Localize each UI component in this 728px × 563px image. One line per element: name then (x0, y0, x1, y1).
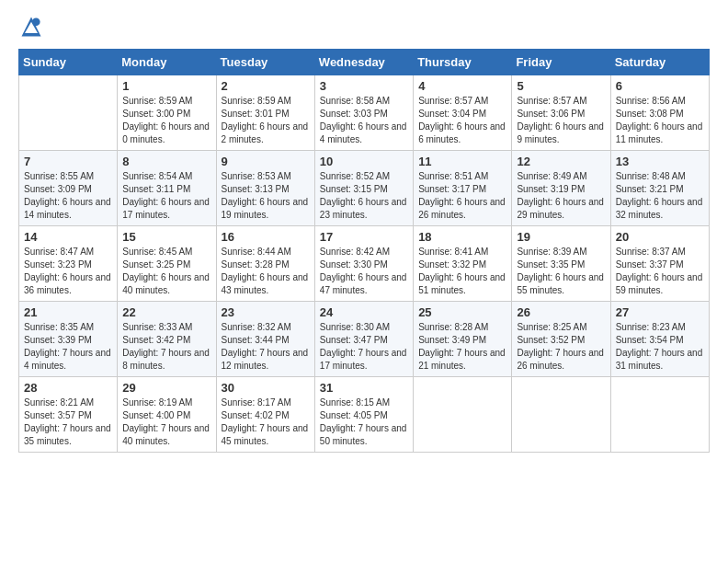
day-number: 13 (616, 155, 704, 168)
sunrise: Sunrise: 8:25 AM (517, 322, 586, 332)
day-cell: 23 Sunrise: 8:32 AM Sunset: 3:44 PM Dayl… (216, 302, 314, 377)
day-cell: 5 Sunrise: 8:57 AM Sunset: 3:06 PM Dayli… (512, 75, 610, 151)
daylight: Daylight: 7 hours and 50 minutes. (320, 423, 407, 446)
day-info: Sunrise: 8:30 AM Sunset: 3:47 PM Dayligh… (320, 321, 408, 373)
day-info: Sunrise: 8:49 AM Sunset: 3:19 PM Dayligh… (517, 170, 605, 222)
sunrise: Sunrise: 8:54 AM (122, 171, 192, 181)
day-number: 14 (24, 230, 112, 244)
day-number: 16 (222, 230, 310, 244)
day-cell: 22 Sunrise: 8:33 AM Sunset: 3:42 PM Dayl… (118, 302, 216, 377)
day-number: 20 (616, 230, 704, 244)
day-cell: 18 Sunrise: 8:41 AM Sunset: 3:32 PM Dayl… (414, 226, 512, 302)
day-number: 31 (320, 381, 408, 395)
week-row-3: 14 Sunrise: 8:47 AM Sunset: 3:23 PM Dayl… (19, 226, 710, 302)
sunrise: Sunrise: 8:59 AM (222, 96, 291, 106)
day-cell: 21 Sunrise: 8:35 AM Sunset: 3:39 PM Dayl… (19, 302, 118, 377)
daylight: Daylight: 6 hours and 17 minutes. (122, 197, 210, 220)
sunset: Sunset: 3:08 PM (616, 109, 684, 119)
daylight: Daylight: 6 hours and 2 minutes. (222, 121, 309, 144)
sunset: Sunset: 3:03 PM (320, 109, 388, 119)
day-cell: 3 Sunrise: 8:58 AM Sunset: 3:03 PM Dayli… (314, 75, 413, 151)
day-number: 1 (122, 79, 210, 93)
day-number: 3 (320, 79, 408, 93)
sunset: Sunset: 3:04 PM (418, 109, 486, 119)
day-cell: 7 Sunrise: 8:55 AM Sunset: 3:09 PM Dayli… (19, 151, 118, 226)
sunrise: Sunrise: 8:30 AM (320, 322, 390, 332)
day-cell: 8 Sunrise: 8:54 AM Sunset: 3:11 PM Dayli… (118, 151, 216, 226)
day-number: 18 (418, 230, 506, 244)
day-cell: 20 Sunrise: 8:37 AM Sunset: 3:37 PM Dayl… (610, 226, 709, 302)
sunset: Sunset: 3:15 PM (320, 184, 388, 194)
sunrise: Sunrise: 8:47 AM (24, 247, 94, 257)
day-cell: 19 Sunrise: 8:39 AM Sunset: 3:35 PM Dayl… (512, 226, 610, 302)
day-number: 22 (122, 305, 210, 319)
daylight: Daylight: 6 hours and 59 minutes. (616, 272, 703, 295)
day-number: 25 (418, 305, 506, 319)
day-info: Sunrise: 8:19 AM Sunset: 4:00 PM Dayligh… (122, 396, 210, 448)
sunrise: Sunrise: 8:41 AM (418, 247, 488, 257)
page: SundayMondayTuesdayWednesdayThursdayFrid… (0, 0, 728, 563)
column-header-thursday: Thursday (414, 50, 512, 75)
sunrise: Sunrise: 8:21 AM (24, 397, 94, 408)
sunset: Sunset: 3:01 PM (222, 109, 290, 119)
sunrise: Sunrise: 8:49 AM (517, 171, 586, 181)
sunset: Sunset: 4:02 PM (222, 410, 290, 420)
sunset: Sunset: 3:11 PM (122, 184, 190, 194)
day-cell: 4 Sunrise: 8:57 AM Sunset: 3:04 PM Dayli… (414, 75, 512, 151)
daylight: Daylight: 6 hours and 19 minutes. (222, 197, 309, 220)
sunset: Sunset: 3:19 PM (517, 184, 585, 194)
day-info: Sunrise: 8:57 AM Sunset: 3:06 PM Dayligh… (517, 95, 605, 146)
daylight: Daylight: 6 hours and 4 minutes. (320, 121, 407, 144)
day-cell: 30 Sunrise: 8:17 AM Sunset: 4:02 PM Dayl… (216, 377, 314, 453)
sunrise: Sunrise: 8:15 AM (320, 397, 390, 408)
column-header-monday: Monday (118, 50, 216, 75)
day-info: Sunrise: 8:17 AM Sunset: 4:02 PM Dayligh… (222, 396, 310, 448)
day-cell: 24 Sunrise: 8:30 AM Sunset: 3:47 PM Dayl… (314, 302, 413, 377)
daylight: Daylight: 6 hours and 29 minutes. (517, 197, 604, 220)
day-info: Sunrise: 8:48 AM Sunset: 3:21 PM Dayligh… (616, 170, 704, 222)
sunrise: Sunrise: 8:33 AM (122, 322, 192, 332)
sunrise: Sunrise: 8:48 AM (616, 171, 686, 181)
day-info: Sunrise: 8:41 AM Sunset: 3:32 PM Dayligh… (418, 246, 506, 297)
day-number: 7 (24, 155, 112, 168)
sunset: Sunset: 3:06 PM (517, 109, 585, 119)
daylight: Daylight: 7 hours and 45 minutes. (222, 423, 309, 446)
sunrise: Sunrise: 8:59 AM (122, 96, 192, 106)
sunset: Sunset: 3:25 PM (122, 259, 190, 270)
day-cell (512, 377, 610, 453)
sunset: Sunset: 3:28 PM (222, 259, 290, 270)
day-number: 28 (24, 381, 112, 395)
sunset: Sunset: 3:57 PM (24, 410, 92, 420)
column-header-tuesday: Tuesday (216, 50, 314, 75)
sunset: Sunset: 3:23 PM (24, 259, 92, 270)
day-info: Sunrise: 8:35 AM Sunset: 3:39 PM Dayligh… (24, 321, 112, 373)
day-info: Sunrise: 8:25 AM Sunset: 3:52 PM Dayligh… (517, 321, 605, 373)
daylight: Daylight: 7 hours and 21 minutes. (418, 348, 506, 371)
sunset: Sunset: 3:54 PM (616, 335, 684, 345)
day-info: Sunrise: 8:58 AM Sunset: 3:03 PM Dayligh… (320, 95, 408, 146)
daylight: Daylight: 6 hours and 23 minutes. (320, 197, 407, 220)
column-header-friday: Friday (512, 50, 610, 75)
daylight: Daylight: 7 hours and 12 minutes. (222, 348, 309, 371)
sunset: Sunset: 3:37 PM (616, 259, 684, 270)
day-info: Sunrise: 8:53 AM Sunset: 3:13 PM Dayligh… (222, 170, 310, 222)
daylight: Daylight: 7 hours and 26 minutes. (517, 348, 604, 371)
day-cell: 6 Sunrise: 8:56 AM Sunset: 3:08 PM Dayli… (610, 75, 709, 151)
day-info: Sunrise: 8:59 AM Sunset: 3:00 PM Dayligh… (122, 95, 210, 146)
sunrise: Sunrise: 8:42 AM (320, 247, 390, 257)
day-info: Sunrise: 8:55 AM Sunset: 3:09 PM Dayligh… (24, 170, 112, 222)
day-info: Sunrise: 8:21 AM Sunset: 3:57 PM Dayligh… (24, 396, 112, 448)
daylight: Daylight: 7 hours and 40 minutes. (122, 423, 210, 446)
sunrise: Sunrise: 8:45 AM (122, 247, 192, 257)
daylight: Daylight: 6 hours and 47 minutes. (320, 272, 407, 295)
logo (18, 14, 48, 40)
daylight: Daylight: 6 hours and 26 minutes. (418, 197, 506, 220)
week-row-4: 21 Sunrise: 8:35 AM Sunset: 3:39 PM Dayl… (19, 302, 710, 377)
daylight: Daylight: 7 hours and 17 minutes. (320, 348, 407, 371)
calendar-table: SundayMondayTuesdayWednesdayThursdayFrid… (18, 49, 710, 453)
day-cell: 16 Sunrise: 8:44 AM Sunset: 3:28 PM Dayl… (216, 226, 314, 302)
day-cell: 9 Sunrise: 8:53 AM Sunset: 3:13 PM Dayli… (216, 151, 314, 226)
header-row: SundayMondayTuesdayWednesdayThursdayFrid… (19, 50, 710, 75)
sunset: Sunset: 3:44 PM (222, 335, 290, 345)
day-info: Sunrise: 8:57 AM Sunset: 3:04 PM Dayligh… (418, 95, 506, 146)
